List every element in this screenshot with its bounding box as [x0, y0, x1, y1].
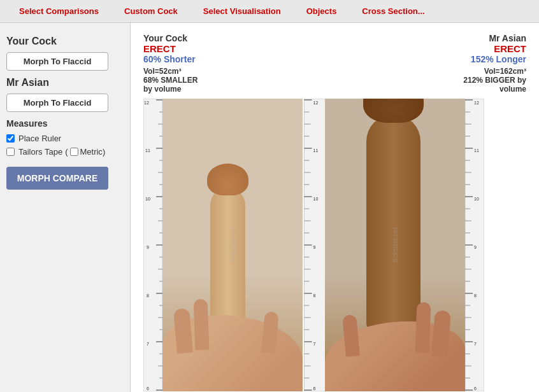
small-cock-shaft [210, 188, 245, 328]
measures-title: Measures [6, 118, 124, 129]
right-cock-label: Mr Asian [437, 33, 526, 43]
svg-text:10: 10 [145, 197, 150, 201]
right-status: ERECT [437, 43, 526, 54]
right-info: Mr Asian ERECT 152% Longer Vol=162cm³ 21… [437, 33, 526, 94]
tailors-tape-row: Tailors Tape ( Metric ) [6, 147, 124, 157]
svg-text:9: 9 [147, 245, 149, 249]
svg-text:12: 12 [313, 101, 319, 105]
svg-text:10: 10 [474, 197, 479, 201]
place-ruler-checkbox[interactable] [6, 134, 15, 143]
main-content: Your Cock ERECT 60% Shorter Vol=52cm³ 68… [131, 23, 539, 392]
svg-text:7: 7 [313, 342, 316, 346]
right-finger2 [415, 302, 431, 354]
morph-compare-button[interactable]: MORPH COMPARE [6, 167, 108, 190]
nav-select-visualisation[interactable]: Select Visualisation [190, 6, 294, 16]
svg-text:12: 12 [144, 101, 149, 105]
left-finger2 [194, 299, 210, 351]
right-vol: Vol=162cm³ 212% BIGGER by volume [437, 67, 526, 94]
svg-text:6: 6 [313, 386, 316, 391]
place-ruler-label: Place Ruler [18, 134, 61, 143]
svg-text:11: 11 [313, 148, 319, 153]
right-finger3 [342, 314, 360, 357]
tailors-tape-checkbox[interactable] [6, 148, 15, 156]
svg-text:11: 11 [145, 148, 150, 153]
your-cock-info: Your Cock ERECT 60% Shorter Vol=52cm³ 68… [143, 33, 233, 94]
small-cock-glans [207, 164, 248, 195]
left-finger1 [173, 308, 193, 354]
metric-label: Metric [80, 147, 102, 157]
middle-ruler: 12 11 10 9 [303, 99, 325, 391]
svg-text:6: 6 [147, 386, 149, 391]
tailors-tape-label: Tailors Tape [18, 147, 62, 157]
svg-text:12: 12 [474, 101, 479, 105]
sidebar: Your Cock Morph To Flaccid Mr Asian Morp… [0, 23, 131, 392]
large-cock-glans [363, 99, 424, 123]
image-comparison-row: 12 11 10 9 [143, 99, 526, 391]
morph-flaccid2-button[interactable]: Morph To Flaccid [6, 94, 108, 112]
left-vol: Vol=52cm³ 68% SMALLER by volume [143, 67, 233, 94]
right-cock-image: dickstats.net [325, 99, 465, 391]
left-info: Your Cock ERECT 60% Shorter Vol=52cm³ 68… [143, 33, 233, 94]
svg-text:7: 7 [147, 342, 149, 346]
svg-text:9: 9 [313, 245, 316, 249]
svg-text:6: 6 [474, 386, 477, 391]
svg-text:8: 8 [313, 293, 316, 298]
nav-cross-section[interactable]: Cross Section... [349, 6, 437, 16]
place-ruler-row: Place Ruler [6, 134, 124, 143]
nav-custom-cock[interactable]: Custom Cock [111, 6, 190, 16]
svg-text:9: 9 [474, 245, 477, 249]
svg-text:11: 11 [474, 148, 479, 153]
left-ruler: 12 11 10 9 [143, 99, 162, 391]
left-status: ERECT [143, 43, 233, 54]
right-comparison: 152% Longer [437, 54, 526, 64]
svg-text:8: 8 [147, 293, 149, 298]
main-layout: Your Cock Morph To Flaccid Mr Asian Morp… [0, 23, 539, 392]
left-cock-image: dickstats.net [162, 99, 303, 391]
svg-text:8: 8 [474, 293, 477, 298]
your-cock-title: Your Cock [6, 36, 124, 47]
mr-asian-title: Mr Asian [6, 77, 124, 88]
nav-objects[interactable]: Objects [294, 6, 350, 16]
large-cock-shaft [366, 115, 420, 331]
nav-select-comparisons[interactable]: Select Comparisons [6, 6, 111, 16]
mr-asian-info: Mr Asian ERECT 152% Longer Vol=162cm³ 21… [437, 33, 526, 94]
left-comparison: 60% Shorter [143, 54, 233, 64]
morph-flaccid-button[interactable]: Morph To Flaccid [6, 52, 108, 71]
svg-text:7: 7 [474, 342, 477, 346]
comparison-info: Your Cock ERECT 60% Shorter Vol=52cm³ 68… [143, 33, 526, 94]
svg-text:10: 10 [313, 197, 319, 201]
left-cock-label: Your Cock [143, 33, 233, 43]
right-ruler: 12 11 10 9 [465, 99, 484, 391]
top-navigation: Select Comparisons Custom Cock Select Vi… [0, 0, 539, 23]
metric-checkbox[interactable] [70, 148, 78, 156]
